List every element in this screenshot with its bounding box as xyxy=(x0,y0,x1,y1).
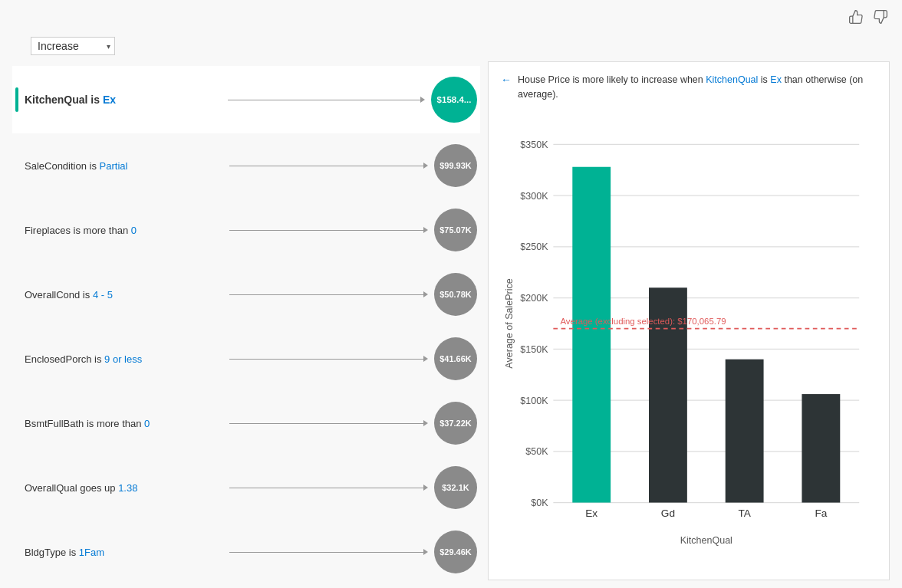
bar-fa[interactable] xyxy=(802,394,840,502)
arrow-head-icon xyxy=(423,163,428,169)
line-connector xyxy=(229,163,428,169)
title-highlight: KitchenQual xyxy=(706,74,758,85)
svg-text:$350K: $350K xyxy=(520,139,548,149)
line-connector xyxy=(229,549,428,555)
svg-text:Gd: Gd xyxy=(661,507,675,518)
value-bubble: $158.4... xyxy=(431,77,477,123)
back-arrow-icon[interactable]: ← xyxy=(501,74,512,86)
arrow-head-icon xyxy=(420,97,425,103)
title-highlight: Ex xyxy=(770,74,782,85)
x-axis-label: KitchenQual xyxy=(680,535,732,546)
line-connector xyxy=(229,291,428,297)
chart-area: $0K$50K$100K$150K$200K$250K$300K$350KExG… xyxy=(501,110,877,573)
thumbs-up-icon[interactable] xyxy=(847,8,865,26)
influencer-row[interactable]: EnclosedPorch is 9 or less $41.66K xyxy=(12,327,480,391)
connector-line xyxy=(229,552,423,553)
influencer-list: KitchenQual is Ex $158.4... SaleConditio… xyxy=(12,66,480,580)
svg-text:$250K: $250K xyxy=(520,241,548,252)
arrow-head-icon xyxy=(423,549,428,555)
svg-text:Fa: Fa xyxy=(815,507,827,518)
svg-text:$200K: $200K xyxy=(520,293,548,304)
value-bubble: $32.1K xyxy=(434,466,477,509)
value-bubble: $75.07K xyxy=(434,209,477,251)
svg-text:$150K: $150K xyxy=(520,343,548,354)
influencer-label: OverallCond is 4 - 5 xyxy=(25,289,223,301)
influencer-row[interactable]: OverallCond is 4 - 5 $50.78K xyxy=(12,262,480,327)
main-container: Increase Decrease ▾ KitchenQual is Ex $1… xyxy=(0,0,902,588)
tabs-row xyxy=(12,8,890,29)
thumbs-down-icon[interactable] xyxy=(871,8,890,26)
arrow-head-icon xyxy=(423,227,428,233)
arrow-head-icon xyxy=(423,356,428,362)
influencer-label: Fireplaces is more than 0 xyxy=(25,225,223,236)
influencer-row[interactable]: Fireplaces is more than 0 $75.07K xyxy=(12,198,480,262)
influencer-row[interactable]: SaleCondition is Partial $99.93K xyxy=(12,133,480,198)
average-line-label: Average (excluding selected): $170,065.7… xyxy=(560,316,726,325)
header-icons xyxy=(847,8,890,26)
value-bubble: $37.22K xyxy=(434,402,477,445)
influencer-row[interactable]: BsmtFullBath is more than 0 $37.22K xyxy=(12,391,480,455)
line-connector xyxy=(229,227,428,233)
right-title: House Price is more likely to increase w… xyxy=(518,73,877,102)
value-bubble: $29.46K xyxy=(434,531,477,573)
connector-line xyxy=(229,166,423,166)
influencer-label: SaleCondition is Partial xyxy=(25,160,223,172)
arrow-head-icon xyxy=(423,291,428,297)
influencer-label: KitchenQual is Ex xyxy=(25,94,222,106)
right-header: ← House Price is more likely to increase… xyxy=(501,73,877,102)
bar-ta[interactable] xyxy=(726,359,764,502)
line-connector xyxy=(229,420,428,426)
bar-chart: $0K$50K$100K$150K$200K$250K$300K$350KExG… xyxy=(501,110,877,573)
value-bubble: $99.93K xyxy=(434,144,477,187)
svg-text:$300K: $300K xyxy=(520,190,548,201)
svg-text:Ex: Ex xyxy=(585,507,597,518)
arrow-head-icon xyxy=(423,485,428,491)
tabs xyxy=(12,15,31,19)
y-axis-label: Average of SalePrice xyxy=(504,278,515,368)
influence-dropdown-wrapper: Increase Decrease ▾ xyxy=(31,37,115,55)
influencer-label: BsmtFullBath is more than 0 xyxy=(25,418,223,429)
connector-line xyxy=(229,359,423,360)
svg-text:$100K: $100K xyxy=(520,395,548,406)
influencer-label: BldgType is 1Fam xyxy=(25,547,223,558)
value-bubble: $50.78K xyxy=(434,273,477,316)
svg-text:TA: TA xyxy=(738,507,751,518)
arrow-head-icon xyxy=(423,420,428,426)
influencer-row[interactable]: BldgType is 1Fam $29.46K xyxy=(12,520,480,580)
svg-text:$0K: $0K xyxy=(531,498,548,508)
connector-line xyxy=(228,100,420,100)
left-panel: KitchenQual is Ex $158.4... SaleConditio… xyxy=(12,61,480,580)
content-area: KitchenQual is Ex $158.4... SaleConditio… xyxy=(12,61,890,580)
connector-line xyxy=(229,294,423,295)
connector-line xyxy=(229,488,423,488)
line-connector xyxy=(229,356,428,362)
influence-dropdown[interactable]: Increase Decrease xyxy=(31,37,115,55)
influencer-label: OverallQual goes up 1.38 xyxy=(25,482,223,494)
right-panel: ← House Price is more likely to increase… xyxy=(488,61,890,580)
selected-indicator xyxy=(15,87,18,112)
connector-line xyxy=(229,230,423,231)
question-row: Increase Decrease ▾ xyxy=(12,29,890,61)
connector-line xyxy=(229,423,423,424)
bar-ex[interactable] xyxy=(572,166,611,502)
influencer-label: EnclosedPorch is 9 or less xyxy=(25,353,223,365)
influencer-row[interactable]: KitchenQual is Ex $158.4... xyxy=(12,66,480,133)
influencer-row[interactable]: OverallQual goes up 1.38 $32.1K xyxy=(12,455,480,520)
line-connector xyxy=(229,485,428,491)
value-bubble: $41.66K xyxy=(434,337,477,380)
svg-text:$50K: $50K xyxy=(525,446,548,457)
line-connector xyxy=(228,97,425,103)
